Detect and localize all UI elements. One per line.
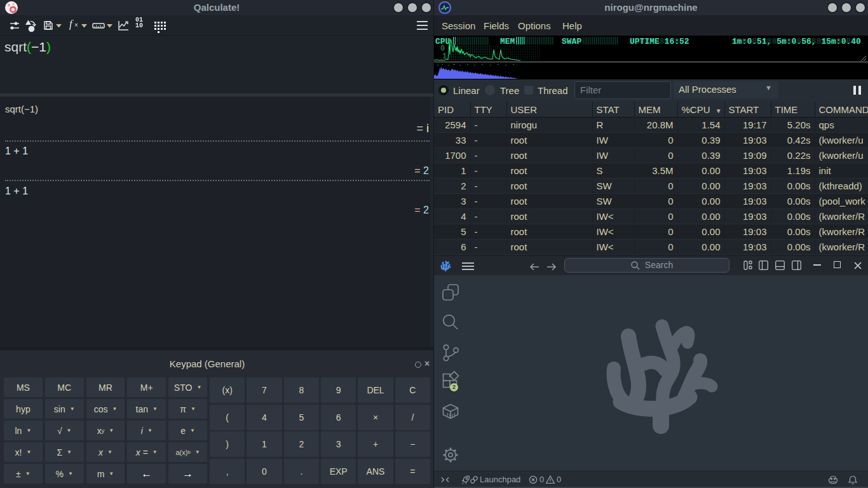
svg-text:MEM: MEM — [500, 37, 515, 46]
svg-text:1m:0.51, 5m:0.56, 15m:0.40: 1m:0.51, 5m:0.56, 15m:0.40 — [732, 37, 861, 46]
svg-text:UPTIME 16:52: UPTIME 16:52 — [630, 37, 689, 46]
svg-text:SWAP: SWAP — [562, 37, 581, 46]
